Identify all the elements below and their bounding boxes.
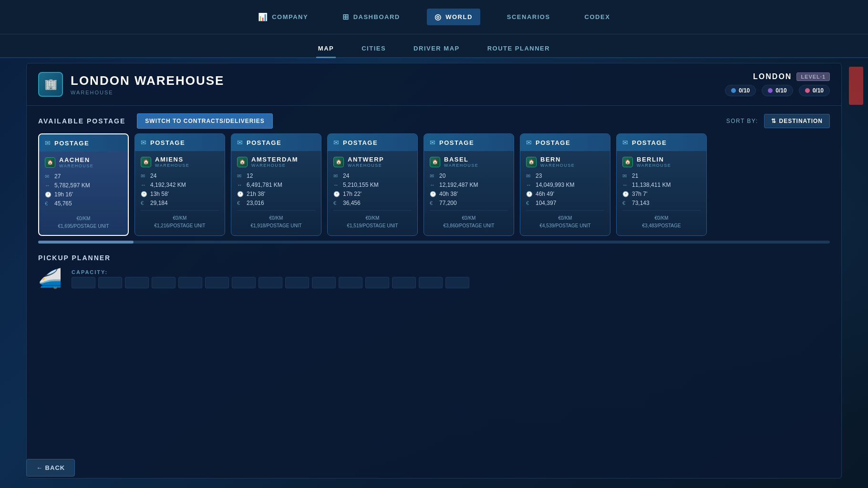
card-header-6: ✉ POSTAGE	[617, 134, 706, 151]
stat-purple: 0/10	[762, 85, 793, 96]
card-envelope-icon-1: ✉	[141, 139, 146, 146]
card-msg-icon-4: ✉	[430, 173, 436, 179]
card-msg-icon-6: ✉	[622, 173, 629, 179]
pickup-content: 🚄 CAPACITY:	[38, 267, 830, 290]
card-value-2: € 23,016	[237, 200, 315, 206]
postage-card-4[interactable]: ✉ POSTAGE 🏠 BASEL WAREHOUSE ✉ 20 ↔ 1	[424, 133, 514, 236]
card-time-3: 🕐 17h 22'	[333, 191, 412, 197]
postage-card-5[interactable]: ✉ POSTAGE 🏠 BERN WAREHOUSE ✉ 23 ↔ 14	[520, 133, 610, 236]
section-title: AVAILABLE POSTAGE	[38, 117, 125, 125]
card-dist-icon-2: ↔	[237, 182, 244, 188]
back-button[interactable]: ← BACK	[26, 459, 75, 477]
card-messages-6: ✉ 21	[622, 173, 701, 179]
map-corner-indicator	[849, 67, 863, 105]
card-distance-1: ↔ 4,192,342 KM	[141, 182, 219, 188]
postage-card-1[interactable]: ✉ POSTAGE 🏠 AMIENS WAREHOUSE ✉ 24 ↔	[134, 133, 225, 236]
card-time-val-6: 37h 7'	[632, 191, 647, 197]
card-header-title-5: POSTAGE	[536, 139, 570, 146]
card-time-6: 🕐 37h 7'	[622, 191, 701, 197]
card-divider-1	[141, 210, 219, 211]
dest-icon-2: 🏠	[237, 157, 248, 167]
card-messages-2: ✉ 12	[237, 173, 315, 179]
card-divider-2	[237, 210, 315, 211]
dest-type-1: WAREHOUSE	[155, 163, 189, 168]
card-messages-val-5: 23	[536, 173, 542, 179]
card-distance-4: ↔ 12,192,487 KM	[430, 182, 508, 188]
nav-world[interactable]: ◎ WORLD	[427, 9, 480, 25]
card-distance-3: ↔ 5,210,155 KM	[333, 182, 412, 188]
switch-contracts-button[interactable]: SWITCH TO CONTRACTS/DELIVERIES	[137, 113, 272, 129]
postage-card-0[interactable]: ✉ POSTAGE 🏠 AACHEN WAREHOUSE ✉ 27 ↔	[38, 133, 129, 236]
card-value-val-2: 23,016	[247, 200, 264, 206]
card-value-1: € 29,184	[141, 200, 219, 206]
dest-info-5: BERN WAREHOUSE	[540, 156, 575, 168]
subnav-map[interactable]: MAP	[316, 40, 336, 58]
card-msg-icon-1: ✉	[141, 173, 147, 179]
panel-title-area: 🏢 LONDON WAREHOUSE WAREHOUSE	[38, 72, 224, 97]
dest-name-1: AMIENS	[155, 156, 189, 163]
panel-title: LONDON WAREHOUSE	[71, 73, 224, 88]
dest-icon-1: 🏠	[141, 157, 151, 167]
nav-company[interactable]: 📊 COMPANY	[250, 9, 316, 25]
card-distance-val-6: 11,138,411 KM	[632, 182, 671, 188]
card-time-icon-1: 🕐	[141, 191, 147, 197]
card-distance-val-1: 4,192,342 KM	[150, 182, 186, 188]
subnav-route-planner[interactable]: ROUTE PLANNER	[486, 40, 552, 58]
card-time-5: 🕐 46h 49'	[526, 191, 604, 197]
capacity-bar-9	[285, 277, 309, 288]
subnav-cities[interactable]: CITIES	[360, 40, 388, 58]
postage-card-6[interactable]: ✉ POSTAGE 🏠 BERLIN WAREHOUSE ✉ 21 ↔	[616, 133, 707, 236]
card-messages-val-6: 21	[632, 173, 638, 179]
subnav-driver-map[interactable]: DRIVER MAP	[412, 40, 462, 58]
card-header-3: ✉ POSTAGE	[328, 134, 417, 151]
postage-card-3[interactable]: ✉ POSTAGE 🏠 ANTWERP WAREHOUSE ✉ 24 ↔	[327, 133, 418, 236]
dest-type-3: WAREHOUSE	[348, 163, 384, 168]
warehouse-icon: 🏢	[38, 72, 63, 97]
card-divider-5	[526, 210, 604, 211]
city-label: LONDON	[753, 72, 792, 81]
dest-name-3: ANTWERP	[348, 156, 384, 163]
sort-button[interactable]: ⇅ DESTINATION	[764, 114, 830, 128]
card-header-5: ✉ POSTAGE	[520, 134, 610, 151]
card-destination-3: 🏠 ANTWERP WAREHOUSE	[333, 156, 412, 168]
dest-type-2: WAREHOUSE	[251, 163, 298, 168]
card-msg-icon-2: ✉	[237, 173, 244, 179]
dest-name-6: BERLIN	[637, 156, 671, 163]
stat-dot-blue	[731, 88, 736, 93]
pickup-title: PICKUP PLANNER	[38, 254, 830, 262]
card-distance-val-0: 5,782,597 KM	[54, 182, 90, 189]
nav-world-label: WORLD	[445, 13, 473, 20]
postage-card-2[interactable]: ✉ POSTAGE 🏠 AMSTERDAM WAREHOUSE ✉ 12 ↔	[231, 133, 321, 236]
section-header: AVAILABLE POSTAGE SWITCH TO CONTRACTS/DE…	[27, 106, 841, 133]
card-distance-val-3: 5,210,155 KM	[343, 182, 379, 188]
stat-purple-value: 0/10	[775, 87, 786, 94]
stat-blue: 0/10	[725, 85, 756, 96]
card-time-val-1: 13h 58'	[150, 191, 169, 197]
card-header-2: ✉ POSTAGE	[231, 134, 321, 151]
nav-dashboard[interactable]: ⊞ DASHBOARD	[335, 9, 408, 25]
card-value-val-4: 77,200	[439, 200, 457, 206]
card-divider-4	[430, 210, 508, 211]
card-time-val-3: 17h 22'	[343, 191, 362, 197]
card-euro-icon-6: €	[622, 200, 629, 206]
stat-blue-value: 0/10	[739, 87, 750, 94]
sort-area: SORT BY: ⇅ DESTINATION	[726, 114, 830, 128]
scroll-track[interactable]	[38, 241, 830, 244]
dest-icon-0: 🏠	[45, 157, 55, 168]
company-icon: 📊	[258, 12, 269, 21]
card-envelope-icon-5: ✉	[526, 139, 532, 146]
dest-name-0: AACHEN	[59, 156, 93, 163]
card-distance-val-2: 6,491,781 KM	[247, 182, 282, 188]
nav-scenarios[interactable]: SCENARIOS	[499, 10, 558, 24]
panel-subtitle: WAREHOUSE	[71, 90, 224, 95]
card-distance-val-5: 14,049,993 KM	[536, 182, 574, 188]
card-time-0: 🕐 19h 16'	[45, 191, 122, 198]
capacity-bar-13	[392, 277, 416, 288]
card-distance-0: ↔ 5,782,597 KM	[45, 182, 122, 189]
nav-codex[interactable]: CODEX	[577, 10, 618, 24]
card-euro-icon-2: €	[237, 200, 244, 206]
card-messages-3: ✉ 24	[333, 173, 412, 179]
capacity-bar-10	[312, 277, 336, 288]
card-time-val-4: 40h 38'	[439, 191, 458, 197]
card-body-6: 🏠 BERLIN WAREHOUSE ✉ 21 ↔ 11,138,411 KM …	[617, 151, 706, 234]
